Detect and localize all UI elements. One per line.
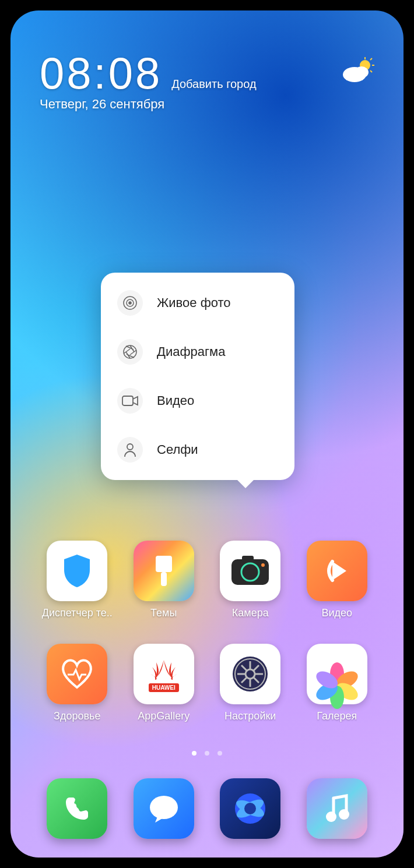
svg-point-18 [261,563,265,567]
aperture-icon [117,339,143,365]
clock-time: 08:08 [40,51,162,96]
app-label: Видео [321,607,352,619]
app-label: Темы [150,607,177,619]
flower-icon [307,644,367,704]
app-phone[interactable] [34,778,121,839]
app-themes[interactable]: Темы [121,541,208,619]
selfie-icon [117,437,143,463]
chat-icon [134,778,194,839]
video-icon [117,388,143,414]
app-label: Галерея [317,710,357,722]
target-icon [117,290,143,316]
app-label: Здоровье [54,710,100,722]
page-dot [205,751,209,756]
svg-line-4 [370,70,372,72]
app-settings[interactable]: Настройки [207,644,294,722]
popover-label: Видео [157,393,194,408]
app-camera[interactable]: Камера [207,541,294,619]
svg-line-3 [370,58,372,60]
app-phone-manager[interactable]: Диспетчер те.. [34,541,121,619]
app-gallery[interactable]: Галерея [294,644,381,722]
huawei-icon: HUAWEI [134,644,194,704]
popover-item-live-photo[interactable]: Живое фото [101,278,294,327]
paintbrush-icon [134,541,194,601]
weather-icon[interactable] [342,57,374,112]
popover-label: Селфи [157,442,198,457]
music-icon [307,778,367,839]
svg-point-12 [127,444,133,450]
phone-icon [47,778,107,839]
svg-rect-13 [156,556,172,572]
shield-icon [47,541,107,601]
app-video[interactable]: Видео [294,541,381,619]
clock-weather-widget[interactable]: 08:08 Добавить город Четверг, 26 сентябр… [40,51,374,112]
popover-item-video[interactable]: Видео [101,376,294,425]
page-dot [217,751,222,756]
svg-rect-11 [122,396,133,405]
svg-rect-16 [242,556,254,562]
home-app-grid: Диспетчер те.. Темы Камера Видео Зд [34,541,380,722]
popover-item-selfie[interactable]: Селфи [101,425,294,474]
page-indicator [10,751,404,756]
popover-label: Диафрагма [157,344,225,359]
app-health[interactable]: Здоровье [34,644,121,722]
svg-point-34 [244,803,256,814]
svg-rect-14 [161,572,167,586]
app-label: Диспетчер те.. [42,607,113,619]
page-dot [192,751,197,756]
camera-icon [220,541,280,601]
app-music[interactable] [294,778,381,839]
app-label: Настройки [224,710,276,722]
app-label: AppGallery [138,710,190,722]
add-city-link[interactable]: Добавить город [171,77,256,96]
clock-date: Четверг, 26 сентября [40,97,257,112]
globe-icon [220,778,280,839]
popover-item-aperture[interactable]: Диафрагма [101,327,294,376]
svg-point-9 [129,302,131,304]
svg-point-36 [339,809,349,820]
app-browser[interactable] [207,778,294,839]
svg-point-30 [150,796,178,819]
camera-quick-actions-popover: Живое фото Диафрагма Видео [101,273,294,480]
heart-icon [47,644,107,704]
svg-point-6 [355,66,369,78]
dock [34,778,380,839]
app-label: Камера [232,607,269,619]
play-icon [307,541,367,601]
app-messaging[interactable] [121,778,208,839]
app-appgallery[interactable]: HUAWEI AppGallery [121,644,208,722]
gear-icon [220,644,280,704]
popover-label: Живое фото [157,295,231,310]
home-screen[interactable]: 08:08 Добавить город Четверг, 26 сентябр… [10,10,404,858]
